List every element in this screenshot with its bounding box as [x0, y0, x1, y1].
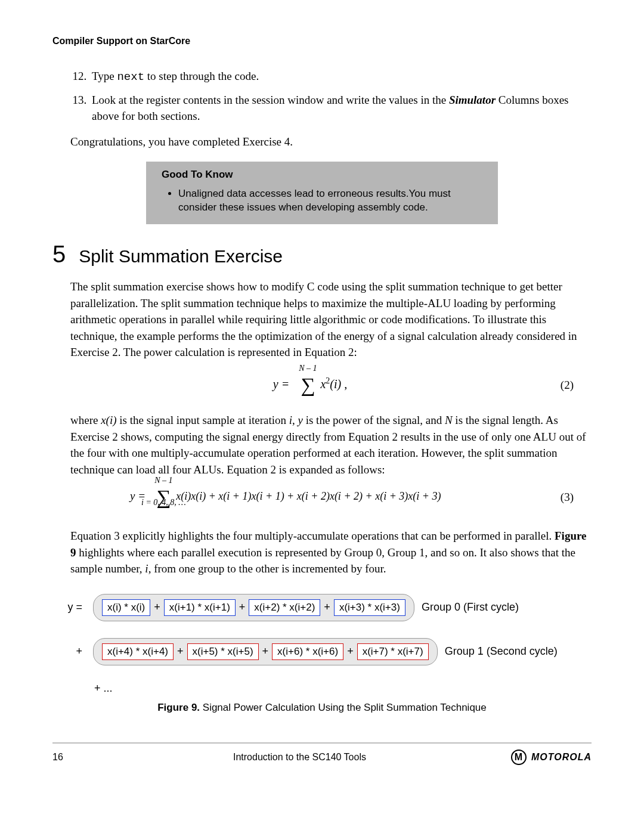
- text: to step through the code.: [144, 70, 259, 82]
- text: Equation 3 explicitly highlights the fou…: [70, 529, 555, 542]
- equation-3: y = N – 1 ∑ i = 0, 4, 8, … x(i)x(i) + x(…: [130, 487, 574, 507]
- y: y: [298, 414, 303, 426]
- paragraph-1: The split summation exercise shows how t…: [70, 278, 592, 361]
- eq3-upper-bound: N – 1: [154, 476, 172, 485]
- plus-icon: +: [154, 601, 160, 614]
- plus-icon: +: [262, 645, 269, 658]
- plus-icon: +: [347, 645, 354, 658]
- eq2-arg: (i) ,: [330, 377, 347, 391]
- brand-text: MOTOROLA: [531, 752, 592, 763]
- figure-9-caption: Figure 9. Signal Power Calculation Using…: [52, 702, 592, 714]
- page-footer: 16 Introduction to the SC140 Tools M MOT…: [52, 750, 592, 765]
- section-heading: 5 Split Summation Exercise: [52, 241, 592, 268]
- g0-term-2: x(i+2) * x(i+2): [249, 599, 320, 616]
- text: , from one group to the other is increme…: [148, 562, 386, 575]
- motorola-logo-icon: M: [511, 750, 527, 765]
- text: ,: [292, 414, 298, 426]
- page-number: 16: [52, 752, 88, 763]
- simulator-em: Simulator: [449, 94, 496, 106]
- g1-term-0: x(i+4) * x(i+4): [102, 643, 174, 660]
- g1-term-3: x(i+7) * x(i+7): [357, 643, 429, 660]
- footer-rule: [52, 742, 592, 744]
- text: Look at the register contents in the ses…: [92, 94, 449, 106]
- eq2-number: (2): [550, 379, 574, 392]
- footer-title: Introduction to the SC140 Tools: [88, 752, 511, 763]
- paragraph-3: Equation 3 explicitly highlights the fou…: [70, 528, 592, 577]
- eq2-left: y =: [273, 377, 289, 391]
- group-0: x(i) * x(i) + x(i+1) * x(i+1) + x(i+2) *…: [93, 594, 414, 621]
- group-0-row: y = x(i) * x(i) + x(i+1) * x(i+1) + x(i+…: [52, 594, 592, 621]
- code-next: next: [117, 70, 144, 83]
- callout-title: Good To Know: [162, 169, 485, 181]
- ellipsis-row: + ...: [94, 682, 592, 695]
- section-title: Split Summation Exercise: [79, 246, 283, 267]
- plus-icon: +: [239, 601, 246, 614]
- paragraph-2: where x(i) is the signal input sample at…: [70, 412, 592, 478]
- eq2-upper-bound: N – 1: [299, 364, 317, 373]
- motorola-brand: M MOTOROLA: [511, 750, 592, 765]
- plus-icon: +: [324, 601, 330, 614]
- y-equals: y =: [52, 601, 86, 614]
- step-13: Look at the register contents in the ses…: [89, 92, 592, 125]
- g0-term-3: x(i+3) * x(i+3): [334, 599, 405, 616]
- figure-9: y = x(i) * x(i) + x(i+1) * x(i+1) + x(i+…: [52, 594, 592, 714]
- text: where: [70, 414, 101, 426]
- page: Compiler Support on StarCore Type next t…: [0, 0, 644, 795]
- xi: x(i): [101, 414, 116, 426]
- text: Type: [92, 70, 117, 82]
- g0-term-0: x(i) * x(i): [102, 599, 150, 616]
- step-list: Type next to step through the code. Look…: [52, 68, 592, 125]
- eq3-lower-bound: i = 0, 4, 8, …: [141, 498, 186, 507]
- equation-2: y = N – 1 ∑ x2(i) , (2): [70, 375, 574, 395]
- group-0-label: Group 0 (First cycle): [422, 601, 519, 614]
- eq2-x: x: [320, 377, 326, 391]
- caption-bold: Figure 9.: [157, 702, 200, 713]
- eq3-number: (3): [441, 491, 574, 504]
- group-1: x(i+4) * x(i+4) + x(i+5) * x(i+5) + x(i+…: [93, 638, 438, 665]
- congrats-text: Congratulations, you have completed Exer…: [70, 135, 592, 148]
- g1-term-1: x(i+5) * x(i+5): [187, 643, 259, 660]
- sigma-icon: ∑: [301, 375, 315, 395]
- plus-lead: +: [52, 645, 86, 658]
- g1-term-2: x(i+6) * x(i+6): [272, 643, 343, 660]
- caption-text: Signal Power Calculation Using the Split…: [200, 702, 487, 713]
- group-1-row: + x(i+4) * x(i+4) + x(i+5) * x(i+5) + x(…: [52, 638, 592, 665]
- step-12: Type next to step through the code.: [89, 68, 592, 86]
- section-number: 5: [52, 241, 66, 268]
- running-head: Compiler Support on StarCore: [52, 36, 592, 47]
- text: is the power of the signal, and: [303, 414, 445, 426]
- g0-term-1: x(i+1) * x(i+1): [164, 599, 236, 616]
- N: N: [445, 414, 453, 426]
- plus-icon: +: [177, 645, 184, 658]
- good-to-know-box: Good To Know Unaligned data accesses lea…: [146, 162, 498, 225]
- text: is the signal input sample at iteration: [117, 414, 289, 426]
- group-1-label: Group 1 (Second cycle): [445, 645, 558, 658]
- eq3-body: x(i)x(i) + x(i + 1)x(i + 1) + x(i + 2)x(…: [176, 491, 441, 503]
- callout-item: Unaligned data accesses lead to erroneou…: [178, 187, 485, 215]
